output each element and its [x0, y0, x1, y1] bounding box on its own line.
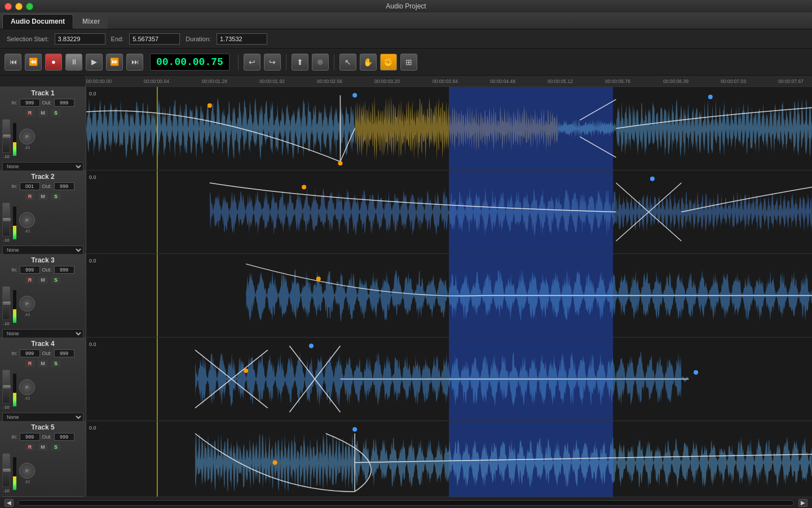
track-controls-1: Track 1 In: Out: R M S -10 [0, 87, 86, 170]
maximize-button[interactable] [26, 3, 33, 10]
track-4-fader[interactable] [2, 370, 10, 404]
grid-tool-button[interactable]: ⊞ [400, 54, 417, 71]
track-4-solo-btn[interactable]: S [50, 359, 61, 368]
track-5-mute-btn[interactable]: M [37, 443, 48, 452]
track-2-fader[interactable] [2, 203, 10, 237]
ruler-tick-5: 00:00:03.20 [374, 78, 400, 84]
track-2-record-btn[interactable]: R [24, 192, 36, 201]
track-2-effects-dropdown[interactable]: None [2, 246, 83, 255]
track-3-panner[interactable]: P [19, 296, 35, 312]
track-4-in[interactable] [20, 349, 40, 357]
close-button[interactable] [5, 3, 12, 10]
track-4-effects: None [2, 411, 83, 422]
track-5-fader-area: -10 [2, 453, 10, 493]
transport-bar: ⏮ ⏪ ● ⏸ ▶ ⏩ ⏭ 00.00.00.75 ↩ ↪ ⬆ ◎ ↖ ✋ ✊ … [0, 49, 812, 76]
track-2-panner[interactable]: P [19, 212, 35, 228]
track-4-record-btn[interactable]: R [24, 359, 36, 368]
tab-mixer[interactable]: Mixer [74, 14, 108, 29]
track-2-in[interactable] [20, 182, 40, 190]
ruler-tick-3: 00:00:01.92 [259, 78, 285, 84]
track-5-lower: -10 P .43 [2, 453, 83, 493]
track-4-out[interactable] [54, 349, 74, 357]
redo-button[interactable]: ↪ [264, 54, 281, 71]
track-row-4: Track 4 In: Out: R M S -10 [0, 338, 812, 421]
ruler-tick-4: 00:00:02.56 [317, 78, 342, 84]
duration-input[interactable] [217, 33, 267, 45]
track-1-meter [12, 122, 17, 156]
selection-start-label: Selection Start: [7, 36, 49, 42]
select-tool-button[interactable]: ↖ [339, 54, 356, 71]
track-canvas-5[interactable] [86, 421, 812, 497]
track-1-fader[interactable] [2, 119, 10, 153]
tab-audio-document[interactable]: Audio Document [2, 14, 73, 29]
scroll-right-button[interactable]: ▶ [798, 499, 807, 507]
forward-end-button[interactable]: ⏭ [126, 54, 143, 71]
track-controls-5: Track 5 In: Out: R M S -10 [0, 421, 86, 497]
track-4-panner[interactable]: P [19, 379, 35, 395]
titlebar: Audio Project [0, 0, 812, 12]
track-3-solo-btn[interactable]: S [50, 275, 61, 284]
track-canvas-3[interactable] [86, 254, 812, 337]
track-3-fader[interactable] [2, 286, 10, 320]
track-2-out[interactable] [54, 182, 74, 190]
track-5-effects-dropdown[interactable]: None [2, 496, 83, 497]
selection-bar: Selection Start: End: Duration: [0, 29, 812, 49]
track-3-out[interactable] [54, 266, 74, 274]
tracks-scroll-area[interactable]: Track 1 In: Out: R M S -10 [0, 87, 812, 497]
track-1-solo-btn[interactable]: S [50, 108, 61, 117]
track-3-in[interactable] [20, 266, 40, 274]
track-5-panner[interactable]: P [19, 463, 35, 479]
track-2-mute-btn[interactable]: M [37, 192, 48, 201]
selection-end-label: End: [111, 36, 124, 42]
loop-button[interactable]: ◎ [312, 54, 329, 71]
selection-end-input[interactable] [129, 33, 180, 45]
track-canvas-2[interactable] [86, 170, 812, 253]
hand-tool-button[interactable]: ✋ [360, 54, 377, 71]
track-4-effects-dropdown[interactable]: None [2, 413, 83, 422]
track-3-lower: -10 P .43 [2, 286, 83, 326]
grab-tool-button[interactable]: ✊ [380, 54, 397, 71]
scroll-left-button[interactable]: ◀ [5, 499, 14, 507]
track-1-out[interactable] [54, 99, 74, 107]
track-1-mute-btn[interactable]: M [37, 108, 48, 117]
horizontal-scrollbar[interactable] [18, 500, 794, 506]
track-1-panner[interactable]: P [19, 129, 35, 144]
record-button[interactable]: ● [45, 54, 62, 71]
track-5-record-btn[interactable]: R [24, 443, 36, 452]
track-3-record-btn[interactable]: R [24, 275, 36, 284]
track-1-record-btn[interactable]: R [24, 108, 36, 117]
minimize-button[interactable] [15, 3, 23, 10]
track-4-buttons: R M S [24, 359, 61, 368]
pause-button[interactable]: ⏸ [65, 54, 82, 71]
track-io-1: In: Out: [11, 99, 74, 107]
track-3-mute-btn[interactable]: M [37, 275, 48, 284]
ruler-tick-2: 00:00:01.28 [202, 78, 227, 84]
track-3-fader-area: -10 [2, 286, 10, 326]
window-title: Audio Project [386, 2, 426, 10]
track-name-2: Track 2 [31, 173, 54, 181]
track-3-effects-dropdown[interactable]: None [2, 329, 83, 338]
track-3-meter [12, 290, 17, 323]
rewind-button[interactable]: ⏪ [25, 54, 42, 71]
track-1-panner-val: .43 [24, 146, 30, 150]
track-1-in[interactable] [20, 99, 40, 107]
play-button[interactable]: ▶ [86, 54, 103, 71]
track-canvas-1[interactable] [86, 87, 812, 170]
track-1-effects-dropdown[interactable]: None [2, 162, 83, 171]
fast-forward-button[interactable]: ⏩ [106, 54, 123, 71]
track-5-solo-btn[interactable]: S [50, 443, 61, 452]
track-5-in[interactable] [20, 433, 40, 441]
rewind-start-button[interactable]: ⏮ [5, 54, 21, 71]
track-4-mute-btn[interactable]: M [37, 359, 48, 368]
track-2-waveform [86, 170, 812, 253]
undo-button[interactable]: ↩ [244, 54, 261, 71]
track-5-fader[interactable] [2, 453, 10, 487]
track-5-meter [12, 457, 17, 491]
window-controls[interactable] [5, 3, 33, 10]
export-button[interactable]: ⬆ [292, 54, 308, 71]
track-2-solo-btn[interactable]: S [50, 192, 61, 201]
track-5-out[interactable] [54, 433, 74, 441]
track-canvas-4[interactable] [86, 338, 812, 421]
selection-start-input[interactable] [55, 33, 105, 45]
track-name-5: Track 5 [31, 423, 54, 431]
